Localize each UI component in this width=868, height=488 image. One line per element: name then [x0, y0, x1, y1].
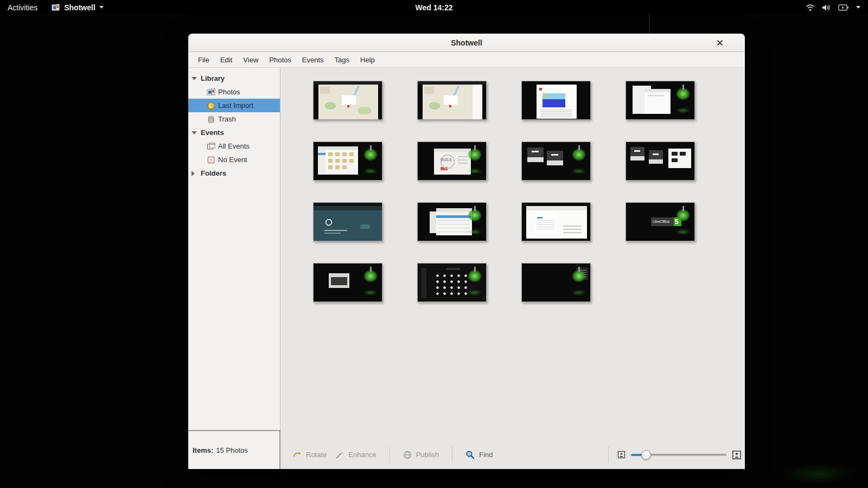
- shotwell-app-icon: [52, 3, 60, 12]
- close-icon: [717, 40, 723, 46]
- expander-right-icon[interactable]: [192, 171, 195, 176]
- zoom-in-button[interactable]: [732, 450, 742, 460]
- window-titlebar[interactable]: Shotwell: [188, 34, 745, 52]
- all-events-icon: [207, 142, 215, 151]
- bottom-toolbar: Rotate Enhance Publish: [280, 440, 745, 469]
- enhance-button[interactable]: Enhance: [331, 451, 380, 459]
- toolbar-separator: [608, 447, 609, 463]
- system-status-area[interactable]: [806, 0, 860, 15]
- menu-file[interactable]: File: [193, 53, 215, 67]
- screenshot-settings-window[interactable]: [417, 202, 487, 241]
- battery-icon: [838, 4, 849, 11]
- small-photo-icon: [617, 451, 626, 459]
- screenshot-map-1[interactable]: [313, 81, 382, 120]
- photos-icon: [207, 88, 215, 97]
- sidebar-item-no-event[interactable]: ? No Event: [188, 153, 280, 166]
- screenshot-app-grid[interactable]: [417, 263, 487, 302]
- close-button[interactable]: [714, 37, 725, 48]
- svg-text:?: ?: [209, 157, 212, 163]
- toolbar-separator: [390, 447, 390, 463]
- screenshot-teal-webpage[interactable]: [313, 202, 382, 241]
- enhance-icon: [335, 451, 344, 459]
- screenshot-dark-windows-2[interactable]: [626, 142, 695, 181]
- menu-edit[interactable]: Edit: [215, 53, 238, 67]
- publish-icon: [403, 451, 412, 459]
- menu-help[interactable]: Help: [355, 53, 380, 67]
- wallpaper-bulb-cable: [649, 15, 650, 36]
- sidebar-item-photos[interactable]: Photos: [188, 85, 280, 99]
- sidebar-section-events[interactable]: Events: [188, 126, 280, 139]
- menu-photos[interactable]: Photos: [264, 53, 296, 67]
- items-count: 15 Photos: [216, 446, 248, 454]
- screenshot-white-windows[interactable]: [626, 81, 695, 120]
- sidebar-item-last-import[interactable]: Last Import: [188, 99, 280, 112]
- window-title: Shotwell: [451, 38, 482, 47]
- shotwell-window: Shotwell File Edit View Photos Events Ta…: [188, 34, 745, 469]
- zoom-out-button[interactable]: [617, 451, 626, 459]
- volume-icon: [822, 4, 831, 11]
- last-import-icon: [207, 101, 215, 110]
- screenshot-map-2[interactable]: [417, 81, 487, 120]
- zoom-slider-thumb[interactable]: [641, 450, 651, 460]
- clock[interactable]: Wed 14:22: [416, 3, 453, 12]
- items-label: Items:: [193, 446, 213, 454]
- expander-down-icon[interactable]: [192, 77, 197, 80]
- items-status-bar: Items: 15 Photos: [188, 430, 280, 469]
- menu-tags[interactable]: Tags: [329, 53, 355, 67]
- screenshot-file-manager[interactable]: [313, 142, 382, 181]
- toolbar-separator: [452, 447, 452, 463]
- sidebar: Library Photos: [188, 68, 280, 469]
- sidebar-section-library[interactable]: Library: [188, 72, 280, 85]
- sidebar-item-trash[interactable]: Trash: [188, 112, 280, 126]
- rotate-button[interactable]: Rotate: [288, 451, 331, 459]
- activities-button[interactable]: Activities: [0, 0, 45, 15]
- publish-button[interactable]: Publish: [399, 451, 444, 459]
- sidebar-item-all-events[interactable]: All Events: [188, 139, 280, 153]
- screenshot-libreoffice-splash[interactable]: LibreOffice 5: [626, 202, 695, 241]
- zoom-slider[interactable]: [631, 450, 726, 460]
- trash-icon: [207, 115, 215, 124]
- find-icon: [465, 450, 475, 459]
- screenshot-webpage-game[interactable]: [521, 81, 591, 120]
- find-button[interactable]: Find: [461, 450, 497, 459]
- chevron-down-icon: [856, 6, 860, 9]
- screenshot-stopwatch[interactable]: 00:21.5: [417, 142, 487, 181]
- chevron-down-icon: [99, 6, 104, 9]
- menu-bar: File Edit View Photos Events Tags Help: [188, 52, 745, 68]
- app-menu-button[interactable]: Shotwell: [45, 0, 110, 15]
- menu-events[interactable]: Events: [297, 53, 329, 67]
- screenshot-small-window[interactable]: [313, 263, 382, 302]
- thumbnail-grid: 00:21.5: [313, 81, 695, 302]
- screenshot-desktop-bulb[interactable]: [521, 263, 591, 302]
- gnome-top-bar: Activities Shotwell Wed 14:22: [0, 0, 868, 15]
- screenshot-dark-windows-1[interactable]: [521, 142, 591, 181]
- no-event-icon: ?: [207, 156, 215, 164]
- rotate-icon: [292, 451, 302, 459]
- large-photo-icon: [732, 450, 742, 460]
- zoom-controls: [599, 447, 742, 463]
- expander-down-icon[interactable]: [192, 131, 197, 134]
- wifi-icon: [806, 4, 815, 11]
- app-menu-label: Shotwell: [64, 3, 95, 12]
- photo-grid-area: 00:21.5: [280, 68, 745, 469]
- menu-view[interactable]: View: [238, 53, 264, 67]
- screenshot-document-window[interactable]: [521, 202, 591, 241]
- sidebar-section-folders[interactable]: Folders: [188, 166, 280, 180]
